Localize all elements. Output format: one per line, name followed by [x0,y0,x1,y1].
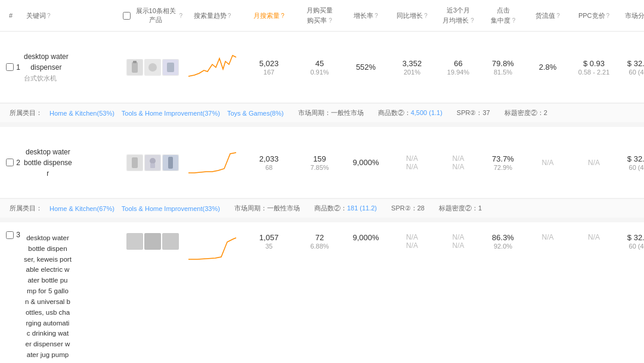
header-num: # [0,12,21,19]
row2-images [123,154,182,171]
row2-monthly-search: 2,033 68 [242,154,296,171]
category-row-2: 所属类目： Home & Kitchen(67%) Tools & Home I… [0,198,644,218]
product-img [162,154,179,171]
header-flow: 货流值 ? [525,11,570,20]
row2-market: $ 32.99 60 (4.3) [618,154,644,171]
row3-growth: 9,000% [343,231,388,242]
row1-images [123,59,182,76]
sparkline-chart [188,148,236,178]
row1-keyword: desktop waterdispenser 台式饮水机 [21,49,123,85]
svg-rect-6 [167,63,174,72]
row2-checkbox[interactable] [6,159,14,166]
row3-3month: N/A N/A [436,231,481,250]
row3-monthly-search: 1,057 35 [242,231,296,250]
header-3month: 近3个月 月均增长 ? [436,6,481,25]
product-section-1: 1 desktop waterdispenser 台式饮水机 [0,32,644,127]
row1-market: $ 32.99 60 (4.3) [618,59,644,76]
product-section-3: 3 desktop waterbottle dispenser, keweis … [0,222,644,363]
svg-rect-1 [132,62,138,73]
product-img [162,233,179,250]
sparkline-chart [188,233,236,263]
row2-growth: 9,000% [343,158,388,167]
row3-click: 86.3% 92.0% [481,231,525,250]
row1-monthly-search: 5,023 167 [242,59,296,76]
row3-checkbox[interactable] [6,231,14,239]
click-help-icon[interactable]: ? [512,17,516,24]
row1-sparkline [182,52,242,82]
yoy-help-icon[interactable]: ? [424,13,428,19]
product-img [126,59,143,76]
row1-3month: 66 19.94% [436,59,481,76]
row2-checkbox-num: 2 [0,159,21,167]
svg-rect-14 [150,163,155,168]
ppc-help-icon[interactable]: ? [606,13,610,19]
svg-point-4 [148,63,157,72]
3month-help-icon[interactable]: ? [470,17,474,24]
header-trend: 搜索量趋势 ? [182,11,242,20]
header-market: 市场分析 ? [618,11,644,20]
row3-monthly-buy: 72 6.88% [296,231,343,250]
table-row: 3 desktop waterbottle dispenser, keweis … [0,222,644,363]
svg-rect-2 [133,61,137,63]
svg-rect-16 [168,157,173,169]
row2-flow: N/A [525,159,570,167]
trend-help-icon[interactable]: ? [228,13,231,19]
table-row: 1 desktop waterdispenser 台式饮水机 [0,32,644,103]
category-row-1: 所属类目： Home & Kitchen(53%) Tools & Home I… [0,103,644,122]
row1-yoy: 3,352 201% [388,59,436,76]
product-img [144,233,161,250]
header-ppc: PPC竞价 ? [570,11,618,20]
product-img [144,154,161,171]
header-show10: 展示10条相关产品 ? [123,7,182,24]
main-table: # 关键词 ? 展示10条相关产品 ? 搜索量趋势 ? 月搜索量 ? 月购买量 … [0,0,644,363]
table-row: 2 desktop waterbottle dispenser [0,127,644,198]
sparkline-chart [188,52,236,82]
row1-flow: 2.8% [525,63,570,72]
table-header: # 关键词 ? 展示10条相关产品 ? 搜索量趋势 ? 月搜索量 ? 月购买量 … [0,0,644,32]
svg-point-13 [150,158,156,164]
header-click: 点击 集中度 ? [481,6,525,25]
row3-flow: N/A [525,231,570,241]
product-img [126,154,143,171]
flow-help-icon[interactable]: ? [556,13,560,19]
row1-click: 79.8% 81.5% [481,59,525,76]
row3-market: $ 32.99 60 (4.3) [618,231,644,250]
header-keyword: 关键词 ? [21,11,123,20]
row2-ppc: N/A [570,159,618,167]
svg-rect-11 [132,157,138,168]
header-growth: 增长率 ? [343,11,388,20]
growth-help-icon[interactable]: ? [374,13,378,19]
row1-growth: 552% [343,63,388,72]
row2-sparkline [182,148,242,178]
row2-yoy: N/A N/A [388,154,436,171]
keyword-help-icon[interactable]: ? [47,13,51,19]
header-monthly-buy: 月购买量 购买率 ? [296,6,343,25]
product-section-2: 2 desktop waterbottle dispenser [0,127,644,222]
row2-keyword: desktop waterbottle dispenser [21,144,123,181]
row3-keyword: desktop waterbottle dispenser, keweis po… [21,231,123,363]
monthly-search-help-icon[interactable]: ? [281,13,284,19]
row3-images [123,231,182,250]
header-yoy: 同比增长 ? [388,11,436,20]
header-monthly-search[interactable]: 月搜索量 ? [242,11,296,20]
row1-ppc: $ 0.93 0.58 - 2.21 [570,59,618,76]
row3-sparkline [182,231,242,263]
product-img [144,59,161,76]
row2-monthly-buy: 159 7.85% [296,154,343,171]
row3-yoy: N/A N/A [388,231,436,250]
row1-checkbox-num: 1 [0,63,21,72]
row2-click: 73.7% 72.9% [481,154,525,171]
row1-monthly-buy: 45 0.91% [296,59,343,76]
show10-checkbox[interactable] [123,12,131,20]
monthly-buy-help-icon[interactable]: ? [329,17,332,24]
row3-checkbox-num: 3 [0,231,21,239]
row2-3month: N/A N/A [436,154,481,171]
product-img [126,233,143,250]
product-img [162,59,179,76]
row1-checkbox[interactable] [6,63,14,71]
row3-ppc: N/A [570,231,618,241]
